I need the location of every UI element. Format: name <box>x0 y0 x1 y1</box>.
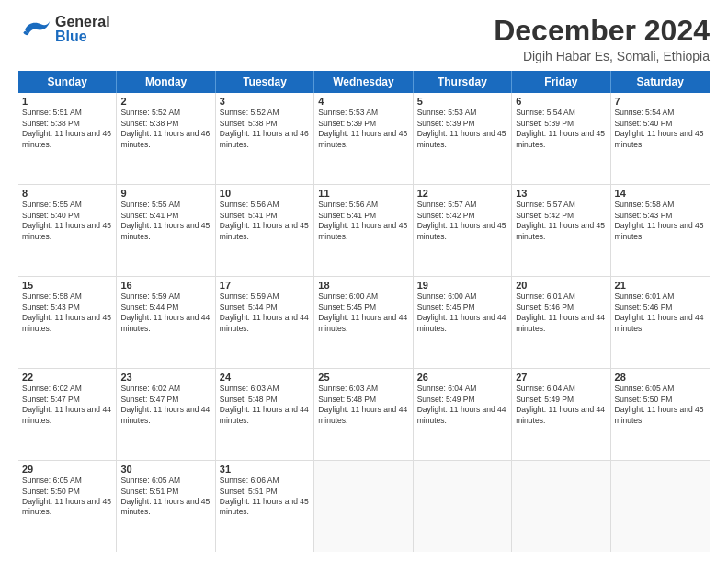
day-number: 9 <box>120 188 210 199</box>
day-number: 27 <box>516 372 606 383</box>
day-number: 11 <box>318 188 408 199</box>
day-number: 26 <box>417 372 507 383</box>
cell-details: Sunrise: 6:02 AM Sunset: 5:47 PM Dayligh… <box>22 384 112 426</box>
calendar-cell: 24Sunrise: 6:03 AM Sunset: 5:48 PM Dayli… <box>216 369 314 460</box>
calendar-cell: 25Sunrise: 6:03 AM Sunset: 5:48 PM Dayli… <box>314 369 413 460</box>
cell-details: Sunrise: 5:57 AM Sunset: 5:42 PM Dayligh… <box>417 200 507 242</box>
day-number: 1 <box>22 96 112 107</box>
cell-details: Sunrise: 5:55 AM Sunset: 5:40 PM Dayligh… <box>22 200 112 242</box>
page: General Blue December 2024 Digih Habar E… <box>0 0 728 563</box>
day-number: 4 <box>318 96 408 107</box>
day-number: 20 <box>516 280 606 291</box>
day-number: 7 <box>615 96 706 107</box>
cell-details: Sunrise: 6:06 AM Sunset: 5:51 PM Dayligh… <box>220 476 310 518</box>
day-number: 2 <box>120 96 210 107</box>
calendar-cell: 20Sunrise: 6:01 AM Sunset: 5:46 PM Dayli… <box>512 277 610 368</box>
header: General Blue December 2024 Digih Habar E… <box>18 15 710 63</box>
calendar-cell: 4Sunrise: 5:53 AM Sunset: 5:39 PM Daylig… <box>314 93 413 184</box>
calendar-cell: 17Sunrise: 5:59 AM Sunset: 5:44 PM Dayli… <box>216 277 314 368</box>
calendar-cell: 27Sunrise: 6:04 AM Sunset: 5:49 PM Dayli… <box>512 369 610 460</box>
calendar-cell <box>314 461 413 552</box>
logo-general: General <box>55 15 110 29</box>
logo-blue: Blue <box>55 29 110 44</box>
cell-details: Sunrise: 5:51 AM Sunset: 5:38 PM Dayligh… <box>22 108 112 150</box>
calendar-row-4: 22Sunrise: 6:02 AM Sunset: 5:47 PM Dayli… <box>18 369 710 461</box>
calendar-body: 1Sunrise: 5:51 AM Sunset: 5:38 PM Daylig… <box>18 93 710 552</box>
cell-details: Sunrise: 6:01 AM Sunset: 5:46 PM Dayligh… <box>516 292 606 334</box>
title-area: December 2024 Digih Habar Es, Somali, Et… <box>494 15 710 63</box>
calendar-cell: 18Sunrise: 6:00 AM Sunset: 5:45 PM Dayli… <box>314 277 413 368</box>
cell-details: Sunrise: 6:03 AM Sunset: 5:48 PM Dayligh… <box>318 384 408 426</box>
month-title: December 2024 <box>494 15 710 47</box>
calendar-cell: 31Sunrise: 6:06 AM Sunset: 5:51 PM Dayli… <box>216 461 314 552</box>
cell-details: Sunrise: 6:01 AM Sunset: 5:46 PM Dayligh… <box>615 292 706 334</box>
calendar-cell: 7Sunrise: 5:54 AM Sunset: 5:40 PM Daylig… <box>611 93 710 184</box>
calendar-cell: 2Sunrise: 5:52 AM Sunset: 5:38 PM Daylig… <box>117 93 215 184</box>
day-number: 18 <box>318 280 408 291</box>
day-number: 16 <box>120 280 210 291</box>
cell-details: Sunrise: 5:53 AM Sunset: 5:39 PM Dayligh… <box>417 108 507 150</box>
calendar-cell: 19Sunrise: 6:00 AM Sunset: 5:45 PM Dayli… <box>414 277 512 368</box>
cell-details: Sunrise: 5:57 AM Sunset: 5:42 PM Dayligh… <box>516 200 606 242</box>
calendar-cell <box>414 461 512 552</box>
day-number: 14 <box>615 188 706 199</box>
cell-details: Sunrise: 5:52 AM Sunset: 5:38 PM Dayligh… <box>120 108 210 150</box>
calendar-row-3: 15Sunrise: 5:58 AM Sunset: 5:43 PM Dayli… <box>18 277 710 369</box>
cell-details: Sunrise: 5:54 AM Sunset: 5:39 PM Dayligh… <box>516 108 606 150</box>
calendar-cell: 26Sunrise: 6:04 AM Sunset: 5:49 PM Dayli… <box>414 369 512 460</box>
calendar: SundayMondayTuesdayWednesdayThursdayFrid… <box>18 71 710 552</box>
calendar-cell: 9Sunrise: 5:55 AM Sunset: 5:41 PM Daylig… <box>117 185 215 276</box>
calendar-cell: 3Sunrise: 5:52 AM Sunset: 5:38 PM Daylig… <box>216 93 314 184</box>
calendar-cell: 30Sunrise: 6:05 AM Sunset: 5:51 PM Dayli… <box>117 461 215 552</box>
day-number: 8 <box>22 188 112 199</box>
day-number: 24 <box>220 372 310 383</box>
cell-details: Sunrise: 5:56 AM Sunset: 5:41 PM Dayligh… <box>220 200 310 242</box>
day-number: 31 <box>220 464 310 475</box>
cell-details: Sunrise: 6:05 AM Sunset: 5:50 PM Dayligh… <box>22 476 112 518</box>
day-number: 17 <box>220 280 310 291</box>
calendar-cell: 10Sunrise: 5:56 AM Sunset: 5:41 PM Dayli… <box>216 185 314 276</box>
day-number: 12 <box>417 188 507 199</box>
day-number: 5 <box>417 96 507 107</box>
cell-details: Sunrise: 6:03 AM Sunset: 5:48 PM Dayligh… <box>220 384 310 426</box>
day-header-wednesday: Wednesday <box>314 71 413 93</box>
day-number: 19 <box>417 280 507 291</box>
cell-details: Sunrise: 6:00 AM Sunset: 5:45 PM Dayligh… <box>318 292 408 334</box>
day-header-friday: Friday <box>512 71 610 93</box>
calendar-header: SundayMondayTuesdayWednesdayThursdayFrid… <box>18 71 710 93</box>
cell-details: Sunrise: 5:52 AM Sunset: 5:38 PM Dayligh… <box>220 108 310 150</box>
day-number: 3 <box>220 96 310 107</box>
day-header-monday: Monday <box>117 71 215 93</box>
day-header-sunday: Sunday <box>18 71 117 93</box>
day-number: 10 <box>220 188 310 199</box>
calendar-cell: 11Sunrise: 5:56 AM Sunset: 5:41 PM Dayli… <box>314 185 413 276</box>
calendar-row-1: 1Sunrise: 5:51 AM Sunset: 5:38 PM Daylig… <box>18 93 710 185</box>
cell-details: Sunrise: 5:55 AM Sunset: 5:41 PM Dayligh… <box>120 200 210 242</box>
cell-details: Sunrise: 6:04 AM Sunset: 5:49 PM Dayligh… <box>516 384 606 426</box>
day-number: 23 <box>120 372 210 383</box>
cell-details: Sunrise: 5:58 AM Sunset: 5:43 PM Dayligh… <box>615 200 706 242</box>
calendar-cell: 21Sunrise: 6:01 AM Sunset: 5:46 PM Dayli… <box>611 277 710 368</box>
calendar-cell <box>512 461 610 552</box>
day-number: 22 <box>22 372 112 383</box>
calendar-cell: 13Sunrise: 5:57 AM Sunset: 5:42 PM Dayli… <box>512 185 610 276</box>
cell-details: Sunrise: 5:59 AM Sunset: 5:44 PM Dayligh… <box>220 292 310 334</box>
calendar-cell: 28Sunrise: 6:05 AM Sunset: 5:50 PM Dayli… <box>611 369 710 460</box>
day-number: 15 <box>22 280 112 291</box>
calendar-row-2: 8Sunrise: 5:55 AM Sunset: 5:40 PM Daylig… <box>18 185 710 277</box>
calendar-cell: 15Sunrise: 5:58 AM Sunset: 5:43 PM Dayli… <box>18 277 117 368</box>
cell-details: Sunrise: 5:59 AM Sunset: 5:44 PM Dayligh… <box>120 292 210 334</box>
calendar-cell: 12Sunrise: 5:57 AM Sunset: 5:42 PM Dayli… <box>414 185 512 276</box>
day-header-thursday: Thursday <box>414 71 512 93</box>
day-number: 30 <box>120 464 210 475</box>
cell-details: Sunrise: 5:54 AM Sunset: 5:40 PM Dayligh… <box>615 108 706 150</box>
day-number: 13 <box>516 188 606 199</box>
calendar-cell: 29Sunrise: 6:05 AM Sunset: 5:50 PM Dayli… <box>18 461 117 552</box>
day-number: 29 <box>22 464 112 475</box>
general-blue-icon <box>18 16 51 43</box>
calendar-cell: 14Sunrise: 5:58 AM Sunset: 5:43 PM Dayli… <box>611 185 710 276</box>
cell-details: Sunrise: 5:53 AM Sunset: 5:39 PM Dayligh… <box>318 108 408 150</box>
calendar-cell <box>611 461 710 552</box>
calendar-cell: 5Sunrise: 5:53 AM Sunset: 5:39 PM Daylig… <box>414 93 512 184</box>
cell-details: Sunrise: 6:05 AM Sunset: 5:51 PM Dayligh… <box>120 476 210 518</box>
